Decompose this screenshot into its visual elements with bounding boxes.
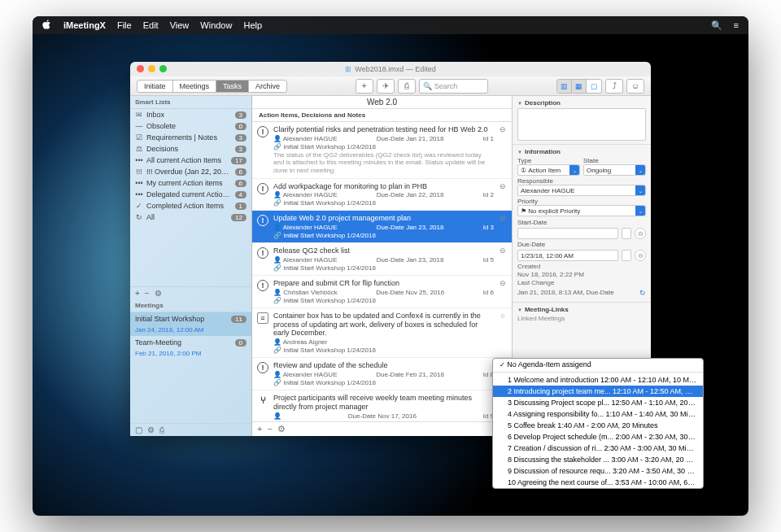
popup-row[interactable]: 5 Coffee break 1:40 AM - 2:00 AM, 20 Min… bbox=[493, 420, 703, 431]
sidebar-meeting[interactable]: Initial Start Workshop11Jan 24, 2018, 12… bbox=[130, 312, 251, 336]
add-smart-button[interactable]: + bbox=[135, 289, 140, 298]
item-status-icon[interactable]: ⊖ bbox=[499, 125, 507, 175]
description-field[interactable] bbox=[517, 108, 646, 141]
apple-icon[interactable] bbox=[42, 20, 52, 31]
popup-row[interactable]: 4 Assigning responsibility fo... 1:10 AM… bbox=[493, 408, 703, 420]
sidebar-item[interactable]: •••All current Action Items17 bbox=[130, 155, 251, 166]
tab-meetings[interactable]: Meetings bbox=[173, 81, 217, 92]
item-id: Id 2 bbox=[483, 191, 494, 198]
meeting-links-header[interactable]: Meeting-Links bbox=[517, 306, 646, 313]
menu-file[interactable]: File bbox=[117, 20, 132, 30]
add-item-button[interactable]: + bbox=[257, 424, 262, 434]
action-item-row[interactable]: !Review and update of the schedule👤 Alex… bbox=[252, 358, 512, 390]
popup-row[interactable]: 8 Discussing the stakeholder ... 3:00 AM… bbox=[493, 454, 703, 465]
action-item-row[interactable]: !Prepare and submit CR for flip function… bbox=[252, 276, 512, 308]
send-button[interactable]: ✈ bbox=[377, 79, 395, 94]
sidebar-item[interactable]: ↻All12 bbox=[130, 211, 251, 223]
share-button[interactable]: ⤴ bbox=[605, 79, 623, 94]
action-item-row[interactable]: !Release QG2 check list👤 Alexander HAGUE… bbox=[252, 243, 512, 276]
main-footer: + − ⚙ bbox=[252, 421, 512, 436]
agenda-popup[interactable]: No Agenda-Item assigend 1 Welcome and in… bbox=[492, 358, 704, 489]
action-item-row[interactable]: !Clarify potential risks and penetration… bbox=[252, 122, 512, 179]
menu-window[interactable]: Window bbox=[200, 20, 232, 30]
remove-smart-button[interactable]: − bbox=[145, 289, 150, 298]
startdate-stepper[interactable] bbox=[622, 228, 631, 239]
popup-row[interactable]: 6 Develop Project schedule (m... 2:00 AM… bbox=[493, 431, 703, 443]
menu-view[interactable]: View bbox=[170, 20, 190, 30]
item-status-icon[interactable]: ⊖ bbox=[499, 214, 507, 239]
duedate-field[interactable]: 1/23/18, 12:00 AM bbox=[517, 250, 618, 261]
sidebar-view-icon[interactable]: ▢ bbox=[135, 425, 142, 434]
close-button[interactable] bbox=[137, 65, 144, 72]
tab-initiate[interactable]: Initiate bbox=[137, 81, 173, 92]
duedate-clear[interactable]: ⊖ bbox=[635, 250, 646, 261]
sidebar-item[interactable]: —Obsolete0 bbox=[130, 120, 251, 132]
description-header[interactable]: Description bbox=[517, 99, 646, 107]
minimize-button[interactable] bbox=[148, 65, 155, 72]
sidebar-item-label: !!! Overdue (Jan 22, 2018) bbox=[146, 168, 232, 176]
sidebar-meeting[interactable]: Team-Meeting0Feb 21, 2018, 2:00 PM bbox=[130, 336, 251, 360]
menubar-app[interactable]: iMeetingX bbox=[63, 20, 106, 30]
view-1[interactable]: ▥ bbox=[557, 80, 572, 93]
sidebar-gear-icon[interactable]: ⚙ bbox=[147, 425, 155, 434]
sidebar-print-icon[interactable]: ⎙ bbox=[159, 425, 164, 434]
item-status-icon[interactable]: ○ bbox=[499, 312, 507, 354]
sidebar-item[interactable]: ✓Completed Action Items1 bbox=[130, 200, 251, 211]
view-2[interactable]: ▦ bbox=[572, 80, 587, 93]
sidebar-item[interactable]: ⚖Decisions3 bbox=[130, 143, 251, 155]
sidebar-item[interactable]: ✉Inbox3 bbox=[130, 109, 251, 120]
spotlight-icon[interactable]: 🔍 bbox=[711, 20, 722, 31]
items-list[interactable]: !Clarify potential risks and penetration… bbox=[252, 122, 512, 421]
action-item-row[interactable]: ≡Container box has to be updated and Con… bbox=[252, 308, 512, 358]
popup-row[interactable]: 10 Agreeing the next course of... 3:53 A… bbox=[493, 477, 703, 488]
view-3[interactable]: ▢ bbox=[587, 80, 601, 93]
duedate-stepper[interactable] bbox=[622, 250, 631, 261]
sidebar-item[interactable]: •••My current Action items6 bbox=[130, 177, 251, 189]
sidebar-item[interactable]: !!!!!! Overdue (Jan 22, 2018)6 bbox=[130, 166, 251, 177]
item-due: Due-Date Nov 25, 2016 bbox=[376, 289, 444, 296]
menu-help[interactable]: Help bbox=[243, 20, 262, 30]
item-status-icon[interactable]: ⊖ bbox=[499, 182, 507, 207]
revert-icon[interactable]: ↻ bbox=[639, 289, 646, 297]
popup-row[interactable]: 2 Introducing project team me... 12:10 A… bbox=[493, 386, 703, 397]
startdate-clear[interactable]: ⊖ bbox=[635, 228, 646, 239]
popup-row[interactable]: 1 Welcome and introduction 12:00 AM - 12… bbox=[493, 374, 703, 386]
popup-row[interactable]: 9 Discussion of resource requ... 3:20 AM… bbox=[493, 465, 703, 477]
smart-settings-icon[interactable]: ⚙ bbox=[155, 289, 162, 298]
responsible-select[interactable]: Alexander HAGUE⌄ bbox=[517, 185, 646, 196]
action-icon: ! bbox=[257, 183, 268, 194]
zoom-button[interactable] bbox=[159, 65, 167, 72]
view-switcher[interactable]: ▥▦▢ bbox=[556, 79, 602, 94]
type-select[interactable]: ① Action Item⌄ bbox=[517, 164, 580, 176]
sidebar-item-count: 4 bbox=[235, 191, 247, 198]
action-item-row[interactable]: !Add workpackage for monitoring to plan … bbox=[252, 179, 512, 211]
priority-select[interactable]: ⚑ No explicit Priority⌄ bbox=[517, 205, 646, 216]
popup-no-agenda[interactable]: No Agenda-Item assigend bbox=[493, 359, 703, 370]
action-item-icon: ① bbox=[521, 167, 526, 174]
item-settings-icon[interactable]: ⚙ bbox=[277, 424, 286, 434]
popup-row[interactable]: 7 Creation / discussion of ri... 2:30 AM… bbox=[493, 443, 703, 454]
tab-tasks[interactable]: Tasks bbox=[216, 81, 249, 92]
section-tabs[interactable]: Initiate Meetings Tasks Archive bbox=[137, 80, 287, 93]
popup-row[interactable]: 3 Discussing Project scope pl... 12:50 A… bbox=[493, 397, 703, 408]
item-link: 🔗 Initial Start Workshop 1/24/2018 bbox=[273, 232, 494, 239]
search-input[interactable]: 🔍Search bbox=[419, 79, 489, 94]
remove-item-button[interactable]: − bbox=[267, 424, 272, 434]
menu-edit[interactable]: Edit bbox=[143, 20, 159, 30]
action-item-row[interactable]: ⑂Project participants will receive weekl… bbox=[252, 390, 512, 421]
menu-extras-icon[interactable]: ≡ bbox=[734, 20, 739, 30]
print-button[interactable]: ⎙ bbox=[398, 79, 416, 94]
item-status-icon[interactable]: ⊖ bbox=[499, 246, 507, 272]
face-button[interactable]: ☺ bbox=[626, 79, 644, 94]
tab-archive[interactable]: Archive bbox=[249, 81, 286, 92]
action-item-row[interactable]: !Update Web 2.0 project management plan👤… bbox=[252, 211, 512, 243]
sidebar-item[interactable]: •••Delegated current Action Items4 bbox=[130, 189, 251, 200]
sidebar-item[interactable]: ☑Requirements | Notes3 bbox=[130, 132, 251, 143]
information-header[interactable]: Information bbox=[517, 148, 646, 155]
add-button[interactable]: + bbox=[356, 79, 373, 94]
item-status-icon[interactable]: ⊖ bbox=[499, 279, 507, 304]
state-select[interactable]: Ongoing⌄ bbox=[583, 164, 646, 176]
main-title: Web 2.0 bbox=[252, 96, 512, 109]
item-person: 👤 bbox=[273, 412, 281, 420]
startdate-field[interactable] bbox=[517, 228, 618, 239]
